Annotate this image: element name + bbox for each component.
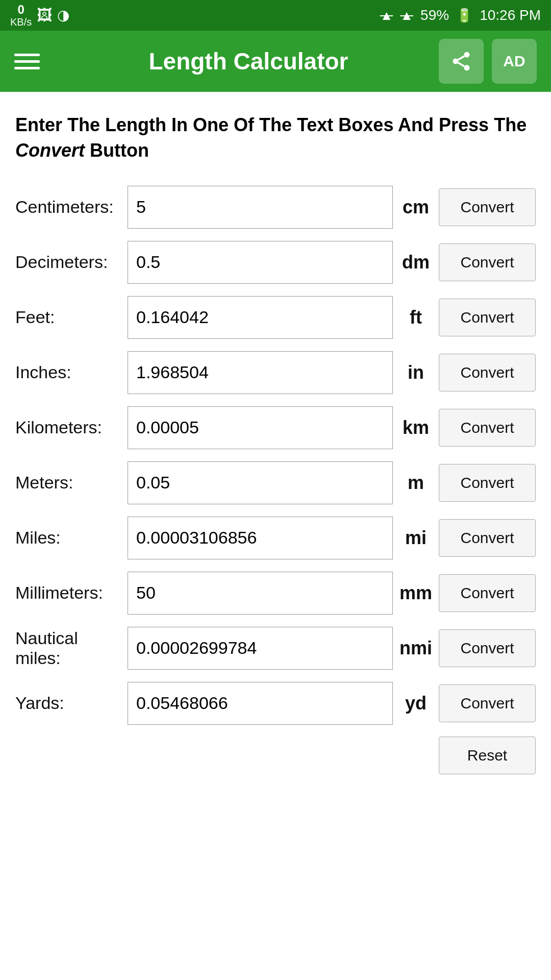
converter-table: Centimeters: cm Convert Decimeters: dm C…	[15, 184, 536, 726]
ad-label: AD	[503, 53, 525, 70]
status-left: 0 KB/s 🖼 ◑	[10, 3, 69, 28]
ad-button[interactable]: AD	[492, 39, 537, 84]
svg-point-0	[464, 52, 470, 58]
convert-button-3[interactable]: Convert	[439, 354, 536, 391]
status-bar: 0 KB/s 🖼 ◑ ▲ ▲ 59% 🔋 10:26 PM	[0, 0, 551, 31]
row-unit-7: mm	[393, 582, 439, 604]
kb-indicator: 0 KB/s	[10, 3, 32, 28]
instructions-italic: Convert	[15, 140, 85, 161]
row-input-7[interactable]	[128, 572, 393, 615]
signal-icon: ◑	[57, 7, 69, 23]
convert-button-7[interactable]: Convert	[439, 574, 536, 612]
svg-line-4	[458, 56, 465, 60]
row-unit-6: mi	[393, 527, 439, 549]
table-row: Meters: m Convert	[15, 460, 536, 506]
table-row: Millimeters: mm Convert	[15, 570, 536, 616]
battery-text: 59%	[420, 7, 449, 23]
row-unit-2: ft	[393, 307, 439, 328]
hamburger-line1	[14, 54, 40, 56]
table-row: Kilometers: km Convert	[15, 405, 536, 451]
reset-button[interactable]: Reset	[439, 737, 536, 774]
row-input-3[interactable]	[128, 351, 393, 394]
convert-button-8[interactable]: Convert	[439, 629, 536, 667]
table-row: Nautical miles: nmi Convert	[15, 625, 536, 671]
svg-point-1	[453, 59, 459, 64]
row-label-3: Inches:	[15, 362, 128, 382]
convert-button-9[interactable]: Convert	[439, 684, 536, 722]
app-title: Length Calculator	[58, 47, 439, 75]
table-row: Inches: in Convert	[15, 350, 536, 396]
convert-button-1[interactable]: Convert	[439, 243, 536, 281]
row-label-4: Kilometers:	[15, 418, 128, 437]
convert-button-5[interactable]: Convert	[439, 464, 536, 502]
table-row: Centimeters: cm Convert	[15, 184, 536, 230]
hamburger-line3	[14, 67, 40, 69]
convert-button-0[interactable]: Convert	[439, 188, 536, 226]
row-unit-5: m	[393, 472, 439, 494]
row-label-2: Feet:	[15, 307, 128, 327]
row-unit-4: km	[393, 417, 439, 438]
kb-unit: KB/s	[10, 16, 32, 28]
row-label-6: Miles:	[15, 528, 128, 548]
reset-row: Reset	[15, 737, 536, 774]
row-input-2[interactable]	[128, 296, 393, 339]
row-input-1[interactable]	[128, 241, 393, 284]
app-bar-actions: AD	[439, 39, 537, 84]
row-label-7: Millimeters:	[15, 583, 128, 603]
share-svg-icon	[450, 50, 472, 72]
menu-button[interactable]	[14, 54, 40, 69]
row-label-8: Nautical miles:	[15, 628, 128, 668]
row-label-1: Decimeters:	[15, 252, 128, 272]
row-label-9: Yards:	[15, 693, 128, 713]
row-unit-8: nmi	[393, 638, 439, 659]
row-input-9[interactable]	[128, 682, 393, 725]
table-row: Miles: mi Convert	[15, 515, 536, 561]
convert-button-4[interactable]: Convert	[439, 409, 536, 447]
image-icon: 🖼	[37, 7, 52, 24]
battery-icon: 🔋	[456, 8, 472, 23]
table-row: Decimeters: dm Convert	[15, 239, 536, 285]
signal-bars-icon: ▲	[380, 8, 393, 23]
signal-bars-icon2: ▲	[400, 8, 413, 23]
app-bar: Length Calculator AD	[0, 31, 551, 92]
row-input-6[interactable]	[128, 517, 393, 559]
row-input-8[interactable]	[128, 627, 393, 670]
row-label-0: Centimeters:	[15, 197, 128, 217]
main-content: Enter The Length In One Of The Text Boxe…	[0, 92, 551, 980]
time-text: 10:26 PM	[480, 7, 541, 23]
row-unit-3: in	[393, 362, 439, 383]
table-row: Yards: yd Convert	[15, 680, 536, 726]
row-input-5[interactable]	[128, 461, 393, 504]
row-input-4[interactable]	[128, 406, 393, 449]
row-unit-9: yd	[393, 693, 439, 714]
table-row: Feet: ft Convert	[15, 295, 536, 340]
row-label-5: Meters:	[15, 473, 128, 493]
row-input-0[interactable]	[128, 186, 393, 229]
convert-button-2[interactable]: Convert	[439, 299, 536, 336]
convert-button-6[interactable]: Convert	[439, 519, 536, 557]
svg-point-2	[464, 65, 470, 70]
hamburger-line2	[14, 60, 40, 63]
status-right: ▲ ▲ 59% 🔋 10:26 PM	[380, 7, 541, 23]
kb-value: 0	[10, 3, 32, 16]
row-unit-0: cm	[393, 197, 439, 218]
share-button[interactable]	[439, 39, 484, 84]
svg-line-3	[458, 63, 465, 66]
row-unit-1: dm	[393, 252, 439, 273]
instructions-text: Enter The Length In One Of The Text Boxe…	[15, 112, 536, 164]
